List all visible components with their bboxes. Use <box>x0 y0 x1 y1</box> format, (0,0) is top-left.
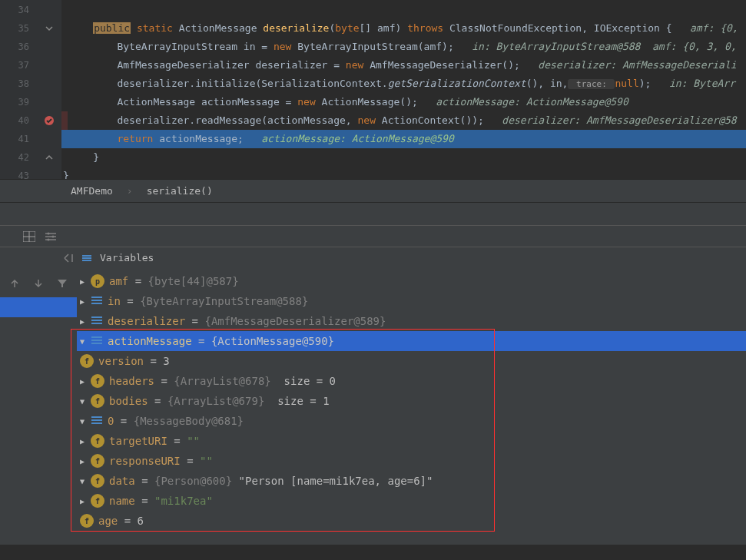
svg-rect-19 <box>91 336 102 338</box>
field-badge-icon: f <box>80 514 94 528</box>
svg-rect-21 <box>91 343 102 344</box>
expand-icon[interactable]: ▶ <box>77 297 88 306</box>
var-data[interactable]: ▼fdata = {Person@600} "Person [name=mi1k… <box>77 471 746 491</box>
svg-point-8 <box>52 235 55 237</box>
var-body-0[interactable]: ▼0 = {MessageBody@681} <box>77 411 746 431</box>
object-icon <box>91 416 103 426</box>
step-down-icon[interactable] <box>31 276 46 291</box>
expand-icon[interactable] <box>45 153 54 162</box>
svg-point-9 <box>48 238 50 240</box>
expand-icon[interactable]: ▶ <box>77 437 88 446</box>
collapse-icon[interactable]: ▼ <box>77 337 88 346</box>
debug-toolbar <box>0 225 746 247</box>
svg-rect-22 <box>91 416 102 418</box>
var-version[interactable]: fversion = 3 <box>77 351 746 371</box>
var-person-age[interactable]: fage = 6 <box>77 511 746 531</box>
collapse-icon[interactable]: ▼ <box>77 477 88 485</box>
breakpoint-icon[interactable] <box>44 115 55 126</box>
field-badge-icon: f <box>91 454 104 468</box>
var-responseURI[interactable]: ▶fresponseURI = "" <box>77 451 746 471</box>
var-person-name[interactable]: ▶fname = "mi1k7ea" <box>77 491 746 511</box>
variables-label: Variables <box>100 252 154 263</box>
line-numbers: 34353637 38394041 4243 <box>0 0 37 179</box>
field-badge-icon: f <box>91 494 104 508</box>
var-targetURI[interactable]: ▶ftargetURI = "" <box>77 431 746 451</box>
stack-icon <box>81 253 92 263</box>
frame-selection[interactable] <box>0 297 77 317</box>
field-badge-icon: f <box>91 474 104 488</box>
svg-rect-23 <box>91 419 102 421</box>
panel-divider <box>0 202 746 225</box>
variables-panel: ▶pamf = {byte[44]@587} ▶in = {ByteArrayI… <box>0 268 746 545</box>
table-view-icon[interactable] <box>22 229 37 244</box>
param-badge-icon: p <box>91 274 104 288</box>
step-up-icon[interactable] <box>7 276 22 291</box>
chevron-right-icon: › <box>127 185 133 197</box>
field-badge-icon: f <box>91 374 104 388</box>
collapse-icon[interactable] <box>45 24 54 33</box>
var-amf[interactable]: ▶pamf = {byte[44]@587} <box>77 271 746 291</box>
object-icon <box>91 336 103 346</box>
object-icon <box>91 296 103 307</box>
expand-icon[interactable]: ▶ <box>77 277 88 286</box>
var-bodies[interactable]: ▼fbodies = {ArrayList@679} size = 1 <box>77 391 746 411</box>
var-headers[interactable]: ▶fheaders = {ArrayList@678} size = 0 <box>77 371 746 391</box>
svg-rect-16 <box>91 316 102 318</box>
variables-header: Variables <box>0 247 746 268</box>
breadcrumb-method[interactable]: serialize() <box>147 185 213 197</box>
svg-rect-24 <box>91 422 102 424</box>
restore-layout-icon[interactable] <box>63 253 74 263</box>
var-actionMessage[interactable]: ▼actionMessage = {ActionMessage@590} <box>77 331 746 351</box>
svg-rect-20 <box>91 340 102 341</box>
breadcrumb[interactable]: AMFDemo › serialize() <box>0 179 746 202</box>
object-icon <box>91 316 103 326</box>
var-in[interactable]: ▶in = {ByteArrayInputStream@588} <box>77 291 746 311</box>
var-deserializer[interactable]: ▶deserializer = {AmfMessageDeserializer@… <box>77 311 746 331</box>
field-badge-icon: f <box>80 354 94 368</box>
code-content[interactable]: public static ActionMessage deserialize(… <box>61 0 746 179</box>
svg-rect-18 <box>91 323 102 324</box>
collapse-icon[interactable]: ▼ <box>77 417 88 426</box>
gutter-icons <box>37 0 61 179</box>
svg-point-7 <box>48 232 50 234</box>
filter-icon[interactable] <box>55 276 70 291</box>
expand-icon[interactable]: ▶ <box>77 377 88 386</box>
svg-rect-15 <box>91 303 102 304</box>
svg-rect-13 <box>91 297 102 298</box>
expand-icon[interactable]: ▶ <box>77 457 88 466</box>
stepping-controls <box>0 268 77 545</box>
field-badge-icon: f <box>91 434 104 448</box>
svg-rect-11 <box>82 257 91 259</box>
svg-rect-10 <box>82 255 91 257</box>
expand-icon[interactable]: ▶ <box>77 497 88 505</box>
variables-tree[interactable]: ▶pamf = {byte[44]@587} ▶in = {ByteArrayI… <box>77 268 746 545</box>
breadcrumb-class[interactable]: AMFDemo <box>71 185 113 197</box>
svg-rect-17 <box>91 320 102 321</box>
expand-icon[interactable]: ▶ <box>77 317 88 326</box>
code-editor[interactable]: 34353637 38394041 4243 public static Act… <box>0 0 746 179</box>
field-badge-icon: f <box>91 394 104 408</box>
svg-rect-12 <box>82 260 91 261</box>
svg-rect-14 <box>91 300 102 301</box>
settings-icon[interactable] <box>43 229 58 244</box>
collapse-icon[interactable]: ▼ <box>77 397 88 406</box>
